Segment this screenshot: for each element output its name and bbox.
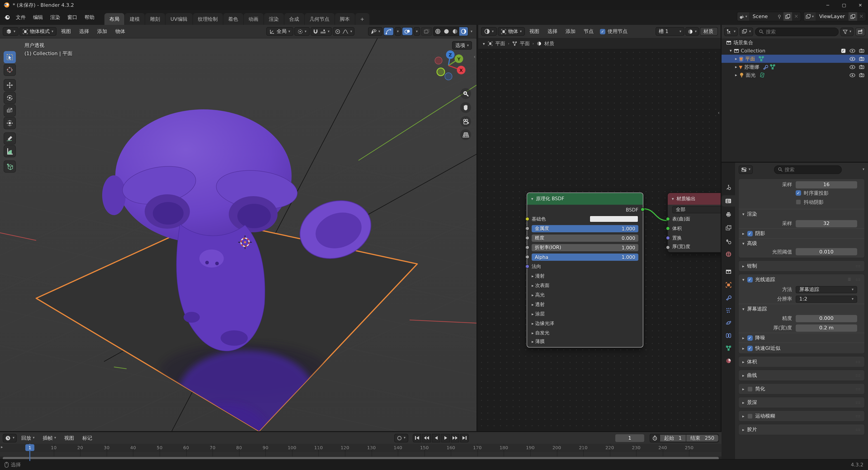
shading-material-button[interactable]: [451, 27, 459, 36]
base-color-swatch[interactable]: [590, 216, 638, 222]
method-dropdown[interactable]: 屏幕追踪▾: [796, 286, 857, 293]
simplify-checkbox[interactable]: [747, 386, 752, 391]
samples-render-field[interactable]: 32: [796, 220, 857, 227]
panel-simplify[interactable]: ▸简化:::: [738, 383, 865, 395]
breadcrumb-expand-icon[interactable]: ▾: [483, 41, 485, 46]
resolution-dropdown[interactable]: 1:2▾: [796, 295, 857, 303]
shader-menu-node[interactable]: 节点: [580, 26, 597, 37]
properties-editor[interactable]: ▾ 搜索 ▾ 采样 16 ✓ 时序重投影: [721, 163, 868, 459]
viewport-3d[interactable]: ▾ 物体模式 ▾ 视图 选择 添加 物体 全局 ▾ ▾: [0, 25, 477, 431]
panel-clamp[interactable]: ▸钳制:::: [738, 260, 865, 272]
scene-name[interactable]: Scene: [749, 13, 775, 20]
timeline-ruler[interactable]: ▸ 1 102030405060708090100110120130140150…: [0, 444, 721, 452]
timeline-expand-icon[interactable]: ▸: [1, 445, 3, 449]
new-scene-icon[interactable]: [783, 12, 792, 21]
tab-texture-paint[interactable]: 纹理绘制: [193, 13, 223, 25]
section-denoise[interactable]: ▸ ✓ 降噪: [739, 333, 864, 343]
unlink-scene-icon[interactable]: ✕: [792, 13, 801, 20]
use-nodes-row[interactable]: ✓ 使用节点: [600, 28, 627, 35]
tab-uv-editing[interactable]: UV编辑: [165, 13, 192, 25]
tab-layout[interactable]: 布局: [104, 13, 124, 25]
tab-sculpting[interactable]: 雕刻: [145, 13, 165, 25]
crumb-material[interactable]: 材质: [544, 40, 554, 47]
shading-rendered-button[interactable]: [459, 27, 468, 36]
section-thin-film[interactable]: ▸ 薄膜: [527, 338, 643, 347]
alpha-slider[interactable]: Alpha1.000: [532, 253, 638, 260]
shading-wireframe-button[interactable]: [434, 27, 442, 36]
timeline-menu-playback[interactable]: 回放 ▾: [18, 433, 38, 443]
scene-browse-button[interactable]: ▾: [737, 12, 749, 21]
shader-collapse-icon[interactable]: ‹: [718, 110, 720, 116]
viewport-canvas[interactable]: [0, 38, 477, 431]
panel-volumes[interactable]: ▸体积:::: [738, 356, 865, 368]
tab-scripting[interactable]: 脚本: [335, 13, 355, 25]
add-workspace-button[interactable]: +: [355, 13, 369, 25]
thickness-socket[interactable]: [666, 245, 670, 249]
target-dropdown[interactable]: 全部: [672, 206, 721, 213]
displacement-socket[interactable]: [666, 236, 670, 240]
timeline[interactable]: ▾ 回放 ▾ 插帧 ▾ 视图 标记 ▾ 1: [0, 431, 721, 459]
tool-add-cube[interactable]: [4, 160, 16, 173]
eye-icon[interactable]: [849, 73, 855, 77]
tab-view-layer[interactable]: [721, 222, 735, 233]
camera-icon[interactable]: [859, 73, 864, 77]
row-plane-selected[interactable]: ▸ ▼ 平面: [721, 55, 868, 63]
tool-select-box[interactable]: [4, 51, 16, 63]
row-scene-collection[interactable]: 场景集合: [721, 38, 868, 46]
current-frame-field[interactable]: 1: [615, 434, 644, 442]
timeline-menu-view[interactable]: 视图: [61, 433, 78, 443]
new-viewlayer-icon[interactable]: [848, 12, 857, 21]
tab-tool[interactable]: [721, 182, 735, 193]
eye-icon[interactable]: [849, 57, 855, 61]
tab-animation[interactable]: 动画: [243, 13, 264, 25]
jump-to-end-button[interactable]: [460, 434, 469, 442]
magnet-icon[interactable]: [313, 29, 318, 34]
row-collection[interactable]: ▾ Collection ✓: [721, 46, 868, 55]
tab-scene[interactable]: [721, 236, 735, 247]
shader-type-dropdown[interactable]: 物体 ▾: [498, 27, 525, 36]
section-sheen[interactable]: ▸ 边缘光泽: [527, 319, 643, 328]
crumb-mesh[interactable]: 平面: [520, 40, 530, 47]
section-screen-tracing[interactable]: ▾屏幕追踪: [739, 304, 864, 314]
tab-modifiers[interactable]: [721, 292, 735, 303]
new-collection-button[interactable]: [855, 27, 865, 36]
tab-material[interactable]: [721, 355, 735, 367]
auto-key-button[interactable]: ▾: [394, 434, 408, 442]
shader-editor[interactable]: ▾ 物体 ▾ 视图 选择 添加 节点 ✓ 使用节点 槽 1▾ ▾ 材: [478, 25, 721, 431]
timeline-tracks[interactable]: [0, 452, 721, 457]
tab-geometry-nodes[interactable]: 几何节点: [305, 13, 334, 25]
panel-film[interactable]: ▸胶片:::: [738, 424, 865, 435]
tool-transform[interactable]: [4, 117, 16, 129]
blender-menu-icon[interactable]: [4, 14, 10, 21]
mode-dropdown[interactable]: 物体模式 ▾: [20, 27, 57, 36]
row-suzanne[interactable]: ▸ ▼ 苏珊娜: [721, 63, 868, 71]
camera-icon[interactable]: [859, 57, 864, 61]
outliner-filter-button[interactable]: ▾: [840, 27, 854, 36]
axis-minus-z[interactable]: [445, 73, 452, 80]
tab-output[interactable]: [721, 209, 735, 220]
material-browse-button[interactable]: ▾: [685, 27, 699, 36]
raytracing-header[interactable]: ▾ ✓ 光线追踪 ☰ :::: [739, 274, 864, 285]
zoom-button[interactable]: [460, 88, 471, 99]
section-diffuse[interactable]: ▸ 漫射: [527, 271, 643, 281]
tab-render[interactable]: [721, 195, 735, 207]
xray-toggle[interactable]: [421, 27, 432, 36]
collection-checkbox[interactable]: ✓: [841, 48, 846, 53]
node-principled-bsdf[interactable]: ▾原理化 BSDF BSDF 基础色 金属度1.000 糙度0.000: [527, 192, 643, 347]
roughness-socket[interactable]: [525, 236, 529, 240]
tab-rendering[interactable]: 渲染: [264, 13, 284, 25]
node-material-output[interactable]: ▾材质输出 全部 表(曲)面 体积 置换 厚(宽)度: [667, 192, 721, 253]
axis-minus-y[interactable]: [437, 68, 445, 76]
camera-icon[interactable]: [859, 65, 864, 69]
pan-hand-button[interactable]: [460, 102, 471, 113]
transform-orientation-dropdown[interactable]: 全局 ▾: [266, 27, 293, 36]
tool-annotate[interactable]: [4, 132, 16, 145]
section-transmission[interactable]: ▸ 透射: [527, 300, 643, 309]
maximize-button[interactable]: ▢: [836, 0, 852, 10]
section-advanced[interactable]: ▾高级: [739, 238, 864, 248]
outliner-filter-id-type[interactable]: ▾: [740, 27, 753, 36]
next-keyframe-button[interactable]: [451, 434, 459, 442]
tab-constraints[interactable]: [721, 330, 735, 341]
metallic-socket[interactable]: [525, 226, 529, 230]
pivot-point-dropdown[interactable]: ▾: [294, 27, 310, 36]
